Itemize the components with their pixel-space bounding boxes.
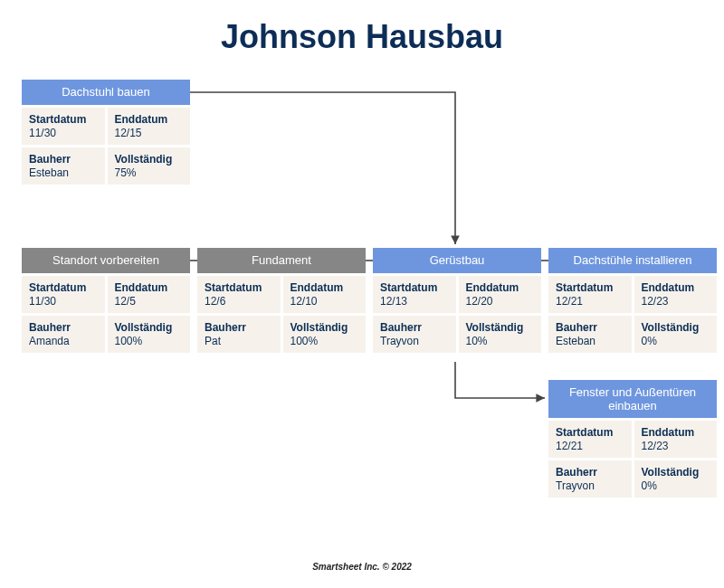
cell-owner: BauherrPat: [197, 316, 281, 353]
card-fundament: Fundament Startdatum12/6 Enddatum12/10 B…: [197, 248, 366, 353]
cell-end: Enddatum12/15: [108, 108, 191, 145]
cell-end: Enddatum12/10: [283, 276, 367, 313]
card-header: Fenster und Außentüren einbauen: [548, 380, 717, 418]
cell-start: Startdatum11/30: [22, 108, 105, 145]
cell-start: Startdatum12/21: [548, 421, 632, 458]
cell-owner: BauherrEsteban: [548, 316, 632, 353]
cell-end: Enddatum12/20: [459, 276, 542, 313]
card-body: Startdatum12/6 Enddatum12/10 BauherrPat …: [197, 276, 366, 353]
cell-end: Enddatum12/23: [634, 421, 718, 458]
card-body: Startdatum12/21 Enddatum12/23 BauherrEst…: [548, 276, 717, 353]
cell-owner: BauherrAmanda: [22, 316, 105, 353]
card-header: Gerüstbau: [373, 248, 541, 273]
cell-owner: BauherrTrayvon: [373, 316, 456, 353]
cell-complete: Vollständig100%: [108, 316, 191, 353]
cell-complete: Vollständig10%: [459, 316, 542, 353]
card-body: Startdatum11/30 Enddatum12/5 BauherrAman…: [22, 276, 190, 353]
card-header: Dachstühle installieren: [548, 248, 717, 273]
cell-complete: Vollständig75%: [108, 147, 191, 185]
card-header: Standort vorbereiten: [22, 248, 190, 273]
cell-start: Startdatum11/30: [22, 276, 105, 313]
card-standort: Standort vorbereiten Startdatum11/30 End…: [22, 248, 190, 353]
card-header: Fundament: [197, 248, 366, 273]
cell-complete: Vollständig0%: [634, 460, 718, 498]
card-geruest: Gerüstbau Startdatum12/13 Enddatum12/20 …: [373, 248, 541, 353]
cell-start: Startdatum12/21: [548, 276, 632, 313]
cell-owner: BauherrTrayvon: [548, 460, 632, 498]
page-title: Johnson Hausbau: [0, 0, 724, 72]
cell-complete: Vollständig0%: [634, 316, 718, 353]
cell-owner: BauherrEsteban: [22, 147, 105, 185]
cell-start: Startdatum12/6: [197, 276, 281, 313]
card-body: Startdatum12/13 Enddatum12/20 BauherrTra…: [373, 276, 541, 353]
cell-start: Startdatum12/13: [373, 276, 456, 313]
footer-text: Smartsheet Inc. © 2022: [0, 562, 724, 572]
card-install: Dachstühle installieren Startdatum12/21 …: [548, 248, 717, 353]
card-body: Startdatum11/30 Enddatum12/15 BauherrEst…: [22, 108, 190, 185]
cell-end: Enddatum12/23: [634, 276, 718, 313]
card-fenster: Fenster und Außentüren einbauen Startdat…: [548, 380, 717, 498]
card-body: Startdatum12/21 Enddatum12/23 BauherrTra…: [548, 421, 717, 498]
cell-complete: Vollständig100%: [283, 316, 367, 353]
card-dachstuhl: Dachstuhl bauen Startdatum11/30 Enddatum…: [22, 80, 190, 185]
cell-end: Enddatum12/5: [108, 276, 191, 313]
card-header: Dachstuhl bauen: [22, 80, 190, 105]
